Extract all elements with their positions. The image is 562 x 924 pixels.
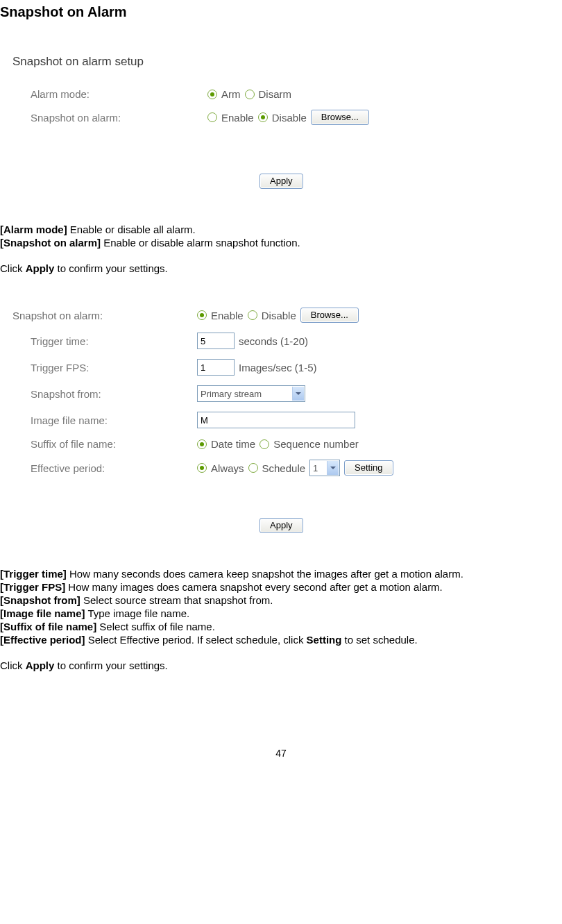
desc-snapshot-from: [Snapshot from] Select source stream tha… (0, 594, 562, 606)
radio-enable[interactable] (207, 112, 217, 122)
radio-arm[interactable] (207, 90, 217, 99)
row-effective-period: Effective period: Always Schedule 1 Sett… (10, 460, 527, 476)
desc-effective-period: [Effective period] Select Effective peri… (0, 634, 562, 646)
apply-button-2[interactable]: Apply (259, 518, 303, 533)
panel-snapshot-setup: Snapshot on alarm setup Alarm mode: Arm … (10, 55, 527, 189)
row-snapshot-from: Snapshot from: Primary stream (10, 385, 527, 402)
browse-button-2[interactable]: Browse... (300, 308, 359, 323)
label-trigger-fps: Trigger FPS: (10, 362, 197, 373)
radio-always[interactable] (197, 463, 207, 473)
row-snapshot-on-alarm: Snapshot on alarm: Enable Disable Browse… (10, 110, 527, 125)
browse-button[interactable]: Browse... (311, 110, 369, 125)
setting-button[interactable]: Setting (344, 460, 393, 476)
radio-sequence-label: Sequence number (273, 438, 359, 450)
desc-apply-2: Click Apply to confirm your settings. (0, 660, 562, 671)
radio-datetime-label: Date time (211, 438, 255, 450)
radio-disable-label-2: Disable (262, 310, 296, 321)
radio-sequence[interactable] (259, 439, 269, 449)
page-title: Snapshot on Alarm (0, 4, 562, 20)
label-image-file-name: Image file name: (10, 414, 197, 426)
radio-disable[interactable] (258, 112, 268, 122)
desc-suffix: [Suffix of file name] Select suffix of f… (0, 621, 562, 632)
label-trigger-time: Trigger time: (10, 335, 197, 347)
row-trigger-time: Trigger time: seconds (1-20) (10, 333, 527, 349)
input-trigger-time[interactable] (197, 333, 235, 349)
desc-image-file-name: [Image file name] Type image file name. (0, 607, 562, 619)
input-trigger-fps[interactable] (197, 359, 235, 376)
label-suffix: Suffix of file name: (10, 438, 197, 450)
desc-trigger-fps: [Trigger FPS] How many images does camer… (0, 581, 562, 593)
chevron-down-icon (292, 387, 304, 401)
radio-enable-label-2: Enable (211, 310, 244, 321)
label-effective-period: Effective period: (10, 462, 197, 474)
label-snapshot-from: Snapshot from: (10, 388, 197, 400)
row-image-file-name: Image file name: (10, 412, 527, 428)
radio-disable-label: Disable (272, 112, 307, 124)
label-snapshot-on-alarm-2: Snapshot on alarm: (10, 310, 197, 321)
radio-arm-label: Arm (221, 88, 241, 100)
select-schedule-num[interactable]: 1 (309, 460, 340, 476)
radio-datetime[interactable] (197, 439, 207, 449)
label-alarm-mode: Alarm mode: (10, 88, 207, 100)
apply-button[interactable]: Apply (259, 174, 303, 189)
desc-trigger-time: [Trigger time] How many seconds does cam… (0, 568, 562, 580)
radio-enable-2[interactable] (197, 310, 207, 320)
radio-schedule-label: Schedule (262, 462, 306, 474)
panel-snapshot-details: Snapshot on alarm: Enable Disable Browse… (10, 308, 527, 533)
desc-apply-1: Click Apply to confirm your settings. (0, 262, 562, 274)
row-trigger-fps: Trigger FPS: Images/sec (1-5) (10, 359, 527, 376)
unit-trigger-time: seconds (1-20) (239, 335, 308, 347)
radio-disarm[interactable] (245, 90, 255, 99)
row-alarm-mode: Alarm mode: Arm Disarm (10, 88, 527, 100)
radio-disarm-label: Disarm (259, 88, 292, 100)
radio-enable-label: Enable (221, 112, 254, 124)
desc-alarm-mode: [Alarm mode] Enable or disable all alarm… (0, 224, 562, 235)
radio-always-label: Always (211, 462, 244, 474)
select-snapshot-from[interactable]: Primary stream (197, 385, 305, 402)
radio-disable-2[interactable] (248, 310, 257, 320)
label-snapshot-on-alarm: Snapshot on alarm: (10, 112, 207, 124)
radio-schedule[interactable] (248, 463, 258, 473)
row-suffix: Suffix of file name: Date time Sequence … (10, 438, 527, 450)
chevron-down-icon (327, 461, 339, 475)
row-snapshot-on-alarm-2: Snapshot on alarm: Enable Disable Browse… (10, 308, 527, 323)
input-image-file-name[interactable] (197, 412, 355, 428)
desc-snapshot-on-alarm: [Snapshot on alarm] Enable or disable al… (0, 237, 562, 249)
unit-trigger-fps: Images/sec (1-5) (239, 362, 317, 373)
panel-heading: Snapshot on alarm setup (12, 55, 527, 69)
page-number: 47 (0, 748, 562, 759)
